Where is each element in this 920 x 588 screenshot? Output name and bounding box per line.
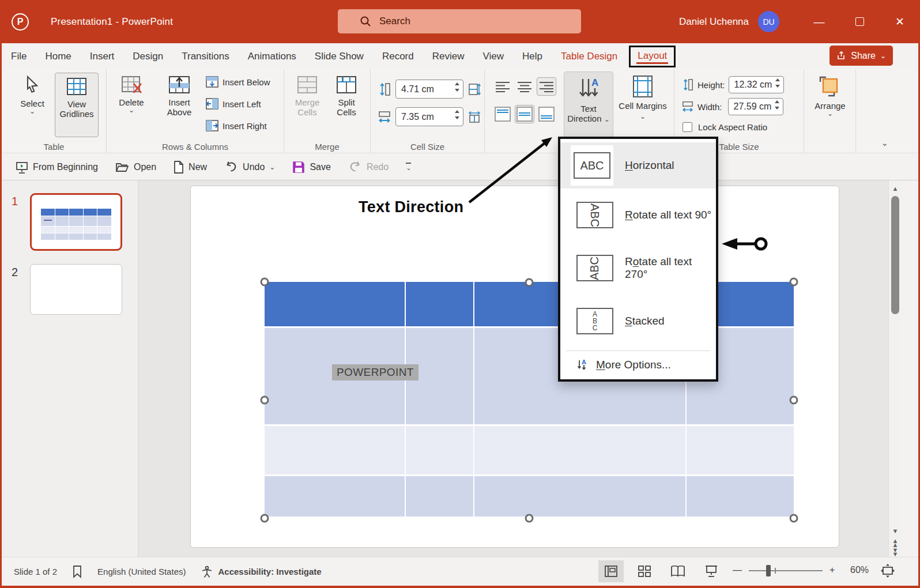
selected-cell-text[interactable]: POWERPOINT [332, 364, 418, 380]
resize-handle-middle-right[interactable] [790, 396, 798, 405]
search-input[interactable]: Search [338, 9, 581, 33]
table-height-stepper[interactable] [775, 78, 780, 88]
insert-above-button[interactable]: Insert Above [160, 75, 199, 117]
maximize-button[interactable] [839, 0, 880, 43]
table-height-input[interactable]: 12.32 cm [729, 76, 784, 93]
vertical-scrollbar[interactable]: ▲ ▼ ▲▲ ▼▼ [888, 180, 901, 557]
active-tab-underline [636, 62, 668, 64]
view-gridlines-toggle[interactable]: View Gridlines [55, 73, 99, 137]
redo-button[interactable]: Redo [348, 161, 389, 174]
resize-handle-top-middle[interactable] [525, 278, 534, 287]
qat-overflow-button[interactable]: ⌄ [406, 163, 411, 172]
tab-animations[interactable]: Animations [239, 46, 306, 67]
align-center-button[interactable] [515, 77, 534, 96]
arrange-button[interactable]: Arrange ⌄ [811, 75, 849, 116]
share-button[interactable]: Share ⌄ [829, 46, 893, 66]
menu-item-rotate-270[interactable]: ABC Rotate all text 270° [560, 242, 716, 295]
align-bottom-button[interactable] [537, 105, 556, 123]
tab-table-design[interactable]: Table Design [552, 46, 627, 67]
slideshow-view-button[interactable] [699, 560, 724, 582]
fit-slide-to-window-icon[interactable] [880, 563, 895, 578]
cell-width-input[interactable]: 7.35 cm [395, 107, 463, 126]
menu-item-more-options[interactable]: A More Options... [560, 353, 716, 376]
undo-button[interactable]: Undo ⌄ [224, 161, 275, 174]
tab-transitions[interactable]: Transitions [172, 46, 239, 67]
cell-width-stepper[interactable] [455, 110, 459, 119]
select-button[interactable]: Select ⌄ [14, 75, 50, 114]
zoom-level[interactable]: 60% [850, 565, 869, 575]
close-button[interactable]: ✕ [880, 0, 920, 43]
cell-margins-button[interactable]: Cell Margins ⌄ [619, 75, 667, 120]
tab-slide-show[interactable]: Slide Show [306, 46, 373, 67]
slide-sorter-view-button[interactable] [632, 560, 657, 582]
menu-item-label: Stacked [625, 315, 665, 327]
align-middle-button[interactable] [515, 105, 534, 123]
language-indicator[interactable]: English (United States) [97, 567, 186, 576]
split-cells-button[interactable]: Split Cells [329, 75, 364, 117]
user-name[interactable]: Daniel Uchenna [679, 16, 749, 28]
insert-right-button[interactable]: Insert Right [206, 120, 267, 131]
normal-view-button[interactable] [598, 560, 624, 582]
tab-help[interactable]: Help [513, 46, 552, 67]
accessibility-status[interactable]: Accessibility: Investigate [201, 566, 321, 578]
table-row[interactable] [265, 476, 794, 518]
tab-insert[interactable]: Insert [81, 46, 124, 67]
slide-1-editing-surface[interactable]: POWERPOINT [190, 186, 839, 548]
zoom-slider-thumb[interactable] [766, 565, 771, 576]
resize-handle-bottom-left[interactable] [261, 514, 269, 523]
menu-item-horizontal[interactable]: ABC Horizontal [560, 142, 716, 189]
new-button[interactable]: New [174, 161, 207, 174]
tab-layout[interactable]: Layout [638, 50, 667, 61]
split-cells-label: Split Cells [329, 97, 364, 117]
slide-2-thumbnail[interactable] [30, 264, 122, 315]
minimize-button[interactable]: — [799, 0, 839, 43]
menu-item-rotate-90[interactable]: ABC Rotate all text 90° [560, 189, 716, 242]
table-width-stepper[interactable] [775, 100, 779, 110]
scroll-down-icon[interactable]: ▼ [889, 527, 902, 534]
tab-record[interactable]: Record [373, 46, 423, 67]
tab-review[interactable]: Review [423, 46, 474, 67]
bookmark-icon[interactable] [72, 566, 82, 578]
table-row[interactable] [265, 426, 794, 476]
reading-view-icon [670, 565, 685, 578]
previous-slide-button[interactable]: ▲▲ [889, 539, 902, 547]
insert-left-button[interactable]: Insert Left [206, 98, 261, 110]
resize-handle-middle-left[interactable] [261, 396, 269, 405]
align-right-icon [539, 81, 554, 92]
save-button[interactable]: Save [292, 161, 330, 174]
align-left-button[interactable] [493, 77, 512, 96]
zoom-slider-track[interactable] [749, 570, 823, 571]
insert-above-label: Insert Above [160, 97, 199, 117]
reading-view-button[interactable] [665, 560, 691, 582]
chevron-down-icon: ⌄ [640, 112, 646, 120]
table-width-input[interactable]: 27.59 cm [728, 98, 783, 115]
menu-item-stacked[interactable]: ABC Stacked [560, 295, 716, 348]
tab-view[interactable]: View [473, 46, 513, 67]
zoom-out-button[interactable]: — [733, 565, 742, 575]
insert-below-button[interactable]: Insert Below [206, 76, 270, 88]
align-top-button[interactable] [493, 105, 512, 123]
text-direction-button[interactable]: A Text Direction ⌄ [564, 71, 613, 137]
collapse-ribbon-button[interactable]: ⌄ [881, 138, 888, 148]
resize-handle-bottom-middle[interactable] [525, 514, 534, 523]
next-slide-button[interactable]: ▼▼ [889, 548, 902, 556]
delete-button[interactable]: Delete ⌄ [114, 75, 149, 113]
zoom-in-button[interactable]: + [829, 565, 835, 575]
merge-cells-button[interactable]: Merge Cells [289, 75, 326, 117]
cell-height-input[interactable]: 4.71 cm [395, 80, 463, 99]
scrollbar-thumb[interactable] [891, 196, 899, 314]
tab-design[interactable]: Design [123, 46, 172, 67]
open-button[interactable]: Open [115, 161, 156, 173]
resize-handle-top-left[interactable] [261, 278, 269, 287]
slide-1-thumbnail[interactable] [30, 193, 122, 251]
tab-home[interactable]: Home [36, 46, 80, 67]
lock-aspect-ratio-checkbox[interactable] [683, 122, 692, 132]
resize-handle-bottom-right[interactable] [790, 514, 798, 523]
resize-handle-top-right[interactable] [790, 278, 798, 287]
align-right-button[interactable] [537, 77, 556, 96]
scroll-up-icon[interactable]: ▲ [889, 185, 902, 192]
tab-file[interactable]: File [2, 46, 36, 67]
cell-height-stepper[interactable] [455, 82, 459, 92]
avatar[interactable]: DU [758, 11, 779, 32]
from-beginning-button[interactable]: From Beginning [16, 161, 98, 174]
